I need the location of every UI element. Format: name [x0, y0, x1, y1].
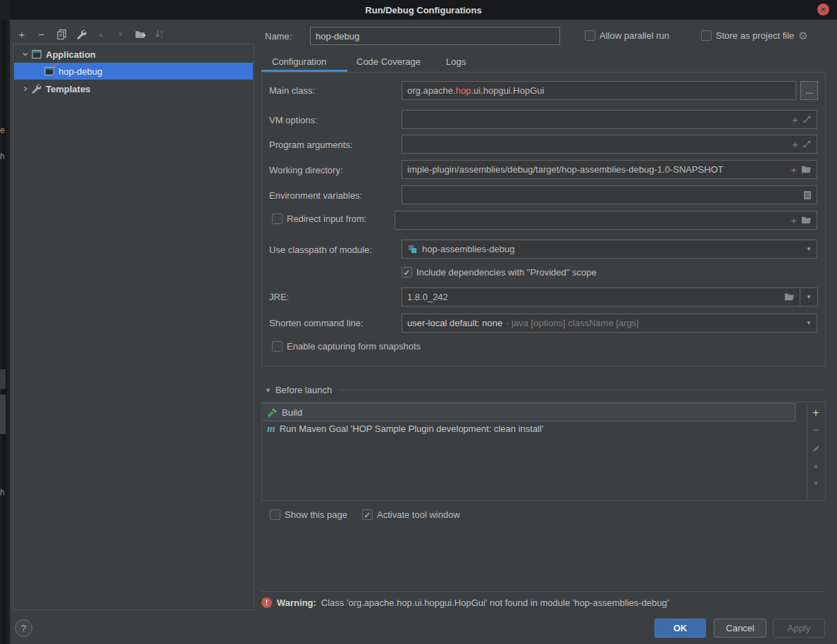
chevron-down-icon[interactable]: ▼ [806, 246, 812, 252]
footer-divider [261, 591, 826, 592]
shorten-command-line-hint: - java [options] className [args] [506, 318, 639, 328]
move-task-down-icon[interactable]: ▼ [810, 478, 822, 489]
folder-icon[interactable] [801, 216, 812, 225]
name-input[interactable] [310, 27, 560, 45]
move-task-up-icon[interactable]: ▲ [810, 460, 822, 471]
show-this-page-label: Show this page [285, 509, 347, 520]
move-up-icon[interactable]: ▲ [93, 27, 108, 41]
show-this-page-option[interactable]: Show this page [270, 509, 347, 520]
program-arguments-label: Program arguments: [269, 140, 353, 150]
chevron-down-icon[interactable]: ▼ [806, 320, 812, 326]
tree-node-label: hop-debug [58, 66, 102, 77]
before-launch-header[interactable]: ▼ Before launch [265, 385, 826, 395]
ok-button[interactable]: OK [655, 619, 706, 638]
configurations-tree: Application ✕ hop-debug Te [13, 44, 254, 610]
provided-scope-checkbox[interactable] [402, 267, 412, 278]
redirect-input-checkbox[interactable] [272, 213, 283, 224]
collapse-triangle-icon[interactable]: ▼ [265, 387, 271, 394]
add-icon[interactable]: + [792, 114, 798, 125]
chevron-down-icon[interactable] [20, 51, 31, 58]
add-task-icon[interactable]: + [810, 407, 822, 419]
tree-node-templates[interactable]: Templates [14, 80, 253, 97]
close-icon[interactable]: ✕ [817, 4, 829, 16]
provided-scope-label: Include dependencies with "Provided" sco… [416, 267, 597, 278]
form-snapshots-option[interactable]: Enable capturing form snapshots [272, 341, 421, 352]
main-class-field[interactable]: org.apache.hop.ui.hopgui.HopGui [402, 81, 796, 100]
copy-configuration-icon[interactable] [54, 27, 69, 41]
help-button[interactable]: ? [15, 619, 32, 637]
tab-code-coverage[interactable]: Code Coverage [356, 56, 421, 67]
redirect-input-field[interactable]: + [395, 211, 817, 230]
hammer-icon [267, 407, 278, 418]
redirect-input-label: Redirect input from: [287, 213, 366, 224]
working-directory-value: imple-plugin/assemblies/debug/target/hop… [407, 164, 724, 175]
before-launch-title: Before launch [275, 385, 332, 395]
tab-logs[interactable]: Logs [446, 56, 466, 67]
before-launch-item-build[interactable]: Build [263, 403, 795, 421]
environment-variables-field[interactable] [402, 185, 817, 204]
apply-button[interactable]: Apply [773, 619, 825, 638]
ide-strip-text-fragment: h [0, 151, 5, 161]
tab-configuration[interactable]: Configuration [272, 56, 326, 67]
redirect-input-option[interactable]: Redirect input from: [272, 213, 366, 224]
jre-field[interactable]: 1.8.0_242 [402, 287, 800, 306]
edit-templates-wrench-icon[interactable] [73, 27, 89, 41]
activate-tool-window-checkbox[interactable] [362, 509, 373, 520]
store-as-project-file-checkbox[interactable] [701, 30, 712, 41]
new-folder-icon[interactable] [132, 27, 148, 41]
run-debug-configurations-dialog: e h h Run/Debug Configurations ✕ + − ▲ ▼ [0, 0, 837, 644]
add-icon[interactable]: + [790, 215, 797, 225]
store-as-project-file-option[interactable]: Store as project file ⚙ [701, 30, 808, 41]
working-directory-label: Working directory: [269, 165, 343, 175]
form-snapshots-checkbox[interactable] [272, 341, 283, 352]
expand-field-icon[interactable] [802, 140, 812, 149]
allow-parallel-run-option[interactable]: Allow parallel run [585, 30, 669, 41]
vm-options-field[interactable]: + [402, 110, 817, 129]
before-launch-item-label: Build [282, 407, 302, 418]
remove-task-icon[interactable]: − [810, 425, 822, 436]
main-class-error-part: hop [456, 85, 471, 96]
list-editor-icon[interactable] [803, 190, 812, 200]
provided-scope-option[interactable]: Include dependencies with "Provided" sco… [402, 267, 597, 278]
program-arguments-field[interactable]: + [402, 135, 817, 154]
show-this-page-checkbox[interactable] [270, 509, 280, 520]
templates-wrench-icon [31, 83, 42, 94]
expand-field-icon[interactable] [802, 115, 812, 124]
classpath-module-combobox[interactable]: hop-assemblies-debug ▼ [402, 240, 817, 259]
warning-icon: ! [261, 597, 272, 608]
ide-strip-shadow [2, 20, 6, 644]
tree-node-application[interactable]: Application [14, 46, 253, 63]
add-configuration-button[interactable]: + [14, 27, 30, 41]
ide-strip-text-fragment: e [0, 125, 5, 135]
move-down-icon[interactable]: ▼ [113, 27, 128, 41]
classpath-module-label: Use classpath of module: [269, 244, 372, 255]
browse-main-class-button[interactable]: ... [800, 81, 818, 100]
shorten-command-line-combobox[interactable]: user-local default: none - java [options… [402, 314, 817, 333]
tree-node-label: Templates [46, 84, 90, 94]
folder-icon[interactable] [784, 292, 795, 302]
remove-configuration-button[interactable]: − [34, 27, 49, 41]
folder-icon[interactable] [801, 165, 812, 174]
chevron-down-icon: ▼ [806, 294, 812, 300]
working-directory-field[interactable]: imple-plugin/assemblies/debug/target/hop… [402, 160, 817, 179]
sort-configurations-icon[interactable]: a z [152, 27, 168, 41]
background-ide-strip: e h h [0, 0, 10, 644]
tree-node-hop-debug[interactable]: ✕ hop-debug [14, 63, 253, 80]
before-launch-item-maven[interactable]: m Run Maven Goal 'HOP Sample Plugin deve… [263, 421, 812, 436]
edit-task-pencil-icon[interactable] [810, 442, 822, 454]
cancel-button[interactable]: Cancel [714, 619, 767, 638]
jre-dropdown-button[interactable]: ▼ [800, 287, 818, 306]
section-divider [339, 390, 826, 390]
vm-options-label: VM options: [269, 115, 318, 125]
add-icon[interactable]: + [792, 139, 798, 149]
gear-icon[interactable]: ⚙ [798, 30, 807, 41]
chevron-right-icon[interactable] [20, 85, 31, 92]
ide-strip-text-fragment: h [0, 488, 5, 497]
application-icon [31, 49, 42, 60]
jre-value: 1.8.0_242 [407, 292, 448, 302]
activate-tool-window-option[interactable]: Activate tool window [362, 509, 460, 520]
add-icon[interactable]: + [790, 164, 797, 175]
allow-parallel-run-checkbox[interactable] [585, 30, 595, 41]
maven-icon: m [267, 423, 275, 434]
allow-parallel-run-label: Allow parallel run [600, 30, 669, 41]
